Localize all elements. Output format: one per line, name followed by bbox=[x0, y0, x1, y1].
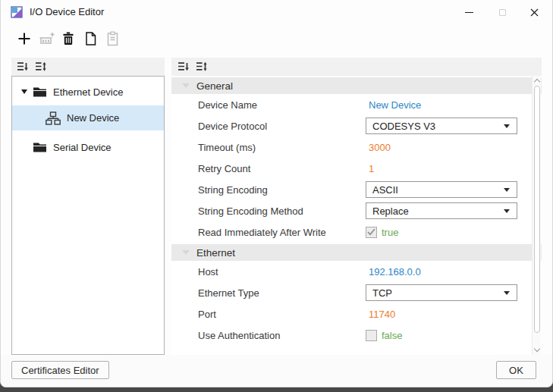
dropdown-value: Replace bbox=[372, 205, 409, 217]
prop-label: String Encoding bbox=[198, 184, 268, 196]
string-encoding-dropdown[interactable]: ASCII bbox=[366, 181, 517, 198]
device-tree: Ethernet Device New Device Serial Device bbox=[11, 76, 165, 355]
add-device-button[interactable] bbox=[14, 27, 35, 51]
expand-all-icon[interactable] bbox=[35, 61, 47, 73]
expand-all-icon[interactable] bbox=[196, 61, 208, 73]
dropdown-value: CODESYS V3 bbox=[372, 121, 435, 132]
scroll-up-icon[interactable] bbox=[534, 79, 540, 85]
dropdown-value: ASCII bbox=[372, 184, 398, 196]
prop-row-port: Port 11740 bbox=[171, 303, 542, 325]
properties-panel: General Device Name New Device Device Pr… bbox=[171, 76, 542, 355]
maximize-button bbox=[485, 0, 519, 24]
checkbox-value: true bbox=[382, 227, 398, 238]
close-icon bbox=[530, 8, 539, 17]
prop-label: Timeout (ms) bbox=[198, 142, 256, 153]
network-device-icon bbox=[46, 111, 61, 125]
collapse-all-icon[interactable] bbox=[178, 61, 190, 73]
tree-expander-icon[interactable] bbox=[21, 89, 27, 94]
use-authentication-checkbox[interactable] bbox=[366, 330, 377, 341]
retry-count-value[interactable]: 1 bbox=[369, 163, 374, 174]
prop-label: Ethernet Type bbox=[198, 287, 259, 299]
add-child-device-button bbox=[36, 27, 57, 51]
tree-item-label: Ethernet Device bbox=[53, 86, 124, 98]
collapse-all-icon[interactable] bbox=[17, 61, 29, 73]
delete-icon bbox=[61, 31, 75, 46]
prop-row-ethernet-type: Ethernet Type TCP bbox=[171, 282, 542, 303]
prop-row-read-immediately: Read Immediately After Write true bbox=[171, 221, 542, 243]
device-protocol-dropdown[interactable]: CODESYS V3 bbox=[366, 118, 517, 134]
scrollbar-thumb[interactable] bbox=[534, 86, 540, 333]
add-device-icon bbox=[17, 31, 32, 46]
string-encoding-method-dropdown[interactable]: Replace bbox=[366, 202, 517, 219]
minimize-button[interactable] bbox=[452, 0, 485, 24]
prop-row-retry-count: Retry Count 1 bbox=[171, 158, 542, 179]
prop-row-device-name: Device Name New Device bbox=[171, 94, 542, 115]
properties-scrollbar[interactable] bbox=[532, 76, 541, 355]
checkmark-icon bbox=[367, 228, 375, 236]
io-device-editor-window: I/O Device Editor bbox=[0, 0, 553, 387]
app-icon bbox=[11, 6, 23, 18]
copy-button[interactable] bbox=[80, 27, 101, 51]
close-button[interactable] bbox=[517, 0, 551, 24]
title-bar: I/O Device Editor bbox=[1, 0, 552, 24]
chevron-down-icon bbox=[504, 188, 510, 192]
checkbox-value: false bbox=[382, 330, 402, 341]
prop-row-use-authentication: Use Authentication false bbox=[171, 325, 542, 346]
main-toolbar bbox=[1, 24, 552, 55]
prop-label: Read Immediately After Write bbox=[198, 227, 326, 238]
chevron-down-icon bbox=[504, 124, 510, 128]
folder-icon bbox=[33, 141, 47, 153]
prop-row-device-protocol: Device Protocol CODESYS V3 bbox=[171, 115, 542, 136]
device-name-value[interactable]: New Device bbox=[369, 99, 421, 111]
tree-item-label: Serial Device bbox=[53, 142, 112, 153]
timeout-value[interactable]: 3000 bbox=[369, 142, 391, 153]
prop-row-string-encoding: String Encoding ASCII bbox=[171, 179, 542, 200]
prop-label: Use Authentication bbox=[198, 330, 280, 341]
section-collapse-icon bbox=[182, 83, 190, 88]
footer-bar: Certificates Editor OK bbox=[1, 355, 552, 387]
certificates-editor-button[interactable]: Certificates Editor bbox=[11, 361, 109, 379]
tree-item-new-device[interactable]: New Device bbox=[12, 105, 164, 130]
dropdown-value: TCP bbox=[372, 287, 392, 299]
section-collapse-icon bbox=[182, 250, 190, 255]
section-header-general[interactable]: General bbox=[171, 77, 542, 94]
device-tree-toolbar bbox=[11, 58, 165, 76]
ethernet-type-dropdown[interactable]: TCP bbox=[366, 284, 517, 301]
read-immediately-checkbox[interactable] bbox=[366, 227, 377, 238]
add-child-device-icon bbox=[39, 31, 55, 46]
section-title: General bbox=[196, 80, 233, 92]
chevron-down-icon bbox=[504, 291, 510, 295]
ok-button[interactable]: OK bbox=[496, 361, 536, 379]
tree-item-label: New Device bbox=[67, 112, 119, 124]
paste-button bbox=[102, 27, 123, 51]
paste-icon bbox=[106, 31, 119, 46]
maximize-icon bbox=[499, 9, 506, 16]
chevron-down-icon bbox=[504, 209, 510, 213]
prop-label: Retry Count bbox=[198, 163, 250, 174]
tree-item-ethernet-device[interactable]: Ethernet Device bbox=[12, 80, 164, 104]
scroll-down-icon[interactable] bbox=[534, 346, 540, 352]
prop-row-string-encoding-method: String Encoding Method Replace bbox=[171, 200, 542, 221]
prop-label: String Encoding Method bbox=[198, 205, 303, 217]
tree-item-serial-device[interactable]: Serial Device bbox=[12, 135, 164, 159]
section-header-ethernet[interactable]: Ethernet bbox=[171, 244, 542, 261]
window-title: I/O Device Editor bbox=[30, 6, 104, 17]
prop-row-host: Host 192.168.0.0 bbox=[171, 261, 542, 282]
delete-button[interactable] bbox=[58, 27, 79, 51]
prop-label: Port bbox=[198, 309, 216, 320]
prop-label: Device Protocol bbox=[198, 121, 267, 132]
folder-icon bbox=[33, 86, 47, 98]
prop-row-timeout: Timeout (ms) 3000 bbox=[171, 136, 542, 158]
host-value[interactable]: 192.168.0.0 bbox=[369, 266, 421, 278]
minimize-icon bbox=[465, 12, 473, 13]
section-title: Ethernet bbox=[196, 247, 235, 259]
prop-label: Host bbox=[198, 266, 218, 278]
port-value[interactable]: 11740 bbox=[369, 309, 395, 320]
prop-label: Device Name bbox=[198, 99, 257, 111]
properties-toolbar bbox=[171, 58, 542, 76]
copy-icon bbox=[83, 31, 97, 46]
